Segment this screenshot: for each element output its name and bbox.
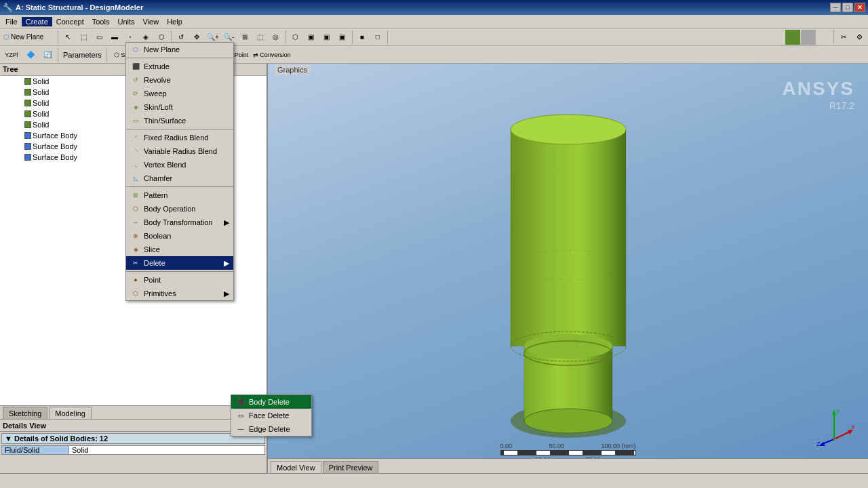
details-content: ▼ Details of Solid Bodies: 12 Fluid/Soli…: [0, 432, 267, 457]
menu-revolve[interactable]: ↺ Revolve: [126, 73, 233, 87]
yzpl-btn[interactable]: YZPl: [1, 47, 22, 62]
submenu-body-delete[interactable]: ⬛ Body Delete: [231, 395, 311, 409]
viewport: Graphics ANSYS R17.2: [268, 64, 868, 473]
pattern-icon: ⊞: [130, 190, 141, 201]
menu-help[interactable]: Help: [163, 17, 186, 26]
tree-item-label-solid-4: Solid: [33, 110, 49, 118]
select-face[interactable]: ▭: [92, 30, 106, 45]
sweep-menu-label: Sweep: [144, 89, 167, 98]
menu-sweep[interactable]: ⟳ Sweep: [126, 87, 233, 100]
menu-new-plane[interactable]: ⬡ New Plane: [126, 43, 233, 56]
revolve-tb-btn[interactable]: 🔄: [39, 47, 56, 62]
extra-btn-1[interactable]: ✂: [836, 30, 851, 45]
tree-item-label-solid-1: Solid: [33, 77, 49, 85]
vertex-blend-icon: ◟: [130, 159, 141, 170]
color-btn-2[interactable]: [801, 30, 816, 45]
color-btn-3[interactable]: [816, 30, 831, 45]
zoom-box-btn[interactable]: ⬚: [253, 30, 268, 45]
fixed-blend-icon: ◜: [130, 132, 141, 143]
color-btn-1[interactable]: [785, 30, 800, 45]
menu-view[interactable]: View: [139, 17, 163, 26]
menu-thin[interactable]: ▭ Thin/Surface: [126, 114, 233, 127]
extrude-tb-btn[interactable]: 🔷: [22, 47, 39, 62]
menu-create[interactable]: Create: [22, 17, 52, 26]
separator4: [352, 30, 353, 44]
skinloft-menu-label: Skin/Loft: [144, 103, 173, 111]
menu-body-transform[interactable]: ↔ Body Transformation ▶: [126, 216, 233, 229]
select-mode-arrow[interactable]: ↖: [60, 30, 75, 45]
delete-arrow: ▶: [224, 259, 229, 268]
submenu-face-delete[interactable]: ▭ Face Delete: [231, 409, 311, 422]
tab-model-view[interactable]: Model View: [271, 461, 321, 473]
tree-item-label-solid-3: Solid: [33, 99, 49, 107]
tab-modeling[interactable]: Modeling: [49, 407, 92, 419]
select-mode-box[interactable]: ⬚: [76, 30, 91, 45]
menu-var-blend[interactable]: ◝ Variable Radius Blend: [126, 144, 233, 158]
primitives-arrow: ▶: [224, 289, 229, 298]
menu-concept[interactable]: Concept: [52, 17, 88, 26]
new-plane-button[interactable]: ⬡ New Plane: [1, 30, 56, 45]
tab-sketching-label: Sketching: [9, 409, 41, 418]
close-button[interactable]: ✕: [854, 3, 865, 12]
menu-chamfer[interactable]: ◺ Chamfer: [126, 171, 233, 185]
body-delete-icon: ⬛: [235, 396, 246, 407]
conversion-icon: ⇄: [253, 52, 258, 58]
titlebar: 🔧 A: Static Structural - DesignModeler ─…: [0, 0, 868, 15]
select-edge[interactable]: ▬: [107, 30, 122, 45]
scale-labels-top: 0.00 50.00 100.00 (mm): [500, 443, 636, 449]
details-value-fluid[interactable]: Solid: [69, 445, 265, 455]
menu-extrude[interactable]: ⬛ Extrude: [126, 60, 233, 73]
view-iso[interactable]: ⬡: [288, 30, 303, 45]
separator3: [285, 30, 286, 44]
view-front[interactable]: ▣: [304, 30, 319, 45]
separator6: [833, 30, 834, 43]
skinloft-icon: ⬡: [114, 52, 119, 58]
titlebar-icon: 🔧 A: Static Structural - DesignModeler: [3, 3, 143, 12]
face-delete-icon: ▭: [235, 410, 246, 421]
menu-primitives[interactable]: ⬡ Primitives ▶: [126, 287, 233, 300]
viewport-tab-bar: Model View Print Preview: [268, 458, 868, 473]
menu-slice[interactable]: ◈ Slice: [126, 243, 233, 256]
menu-delete[interactable]: ✂ Delete ▶: [126, 256, 233, 270]
minimize-button[interactable]: ─: [830, 3, 841, 12]
details-title: Details View: [3, 422, 46, 430]
menu-boolean[interactable]: ⊕ Boolean: [126, 229, 233, 243]
submenu-edge-delete[interactable]: — Edge Delete: [231, 422, 311, 436]
tab-sketching[interactable]: Sketching: [3, 407, 47, 419]
view-top[interactable]: ▣: [319, 30, 334, 45]
delete-icon: ✂: [130, 258, 141, 268]
zoom-sel-btn[interactable]: ◎: [269, 30, 283, 45]
menu-vertex-blend[interactable]: ◟ Vertex Blend: [126, 158, 233, 171]
vertex-blend-label: Vertex Blend: [144, 161, 186, 169]
extra-btn-2[interactable]: ⚙: [852, 30, 867, 45]
restore-button[interactable]: □: [842, 3, 853, 12]
view-right[interactable]: ▣: [335, 30, 350, 45]
menu-sep-2: [126, 129, 233, 129]
menu-tools[interactable]: Tools: [88, 17, 114, 26]
scale-label-0: 0.00: [500, 443, 513, 449]
conversion-tb-btn[interactable]: ⇄Conversion: [251, 47, 293, 62]
menu-units[interactable]: Units: [113, 17, 138, 26]
menubar: File Create Concept Tools Units View Hel…: [0, 15, 868, 28]
menu-skinloft[interactable]: ◈ Skin/Loft: [126, 100, 233, 114]
zoom-fit-btn[interactable]: ⊞: [237, 30, 252, 45]
menu-fixed-blend[interactable]: ◜ Fixed Radius Blend: [126, 131, 233, 144]
wireframe-btn[interactable]: □: [370, 30, 385, 45]
svg-point-5: [524, 334, 612, 359]
surface-color-icon-3: [24, 154, 31, 161]
tab-print-preview[interactable]: Print Preview: [323, 461, 379, 473]
menu-pattern[interactable]: ⊞ Pattern: [126, 188, 233, 202]
primitives-label: Primitives: [144, 289, 176, 298]
tree-item-label-surface-1: Surface Body: [33, 131, 77, 140]
menu-point[interactable]: ● Point: [126, 273, 233, 287]
bottom-tabs: Sketching Modeling: [0, 405, 267, 419]
menu-body-operation[interactable]: ⬡ Body Operation: [126, 202, 233, 216]
var-blend-label: Variable Radius Blend: [144, 147, 217, 155]
tab-model-view-label: Model View: [277, 464, 315, 472]
details-label-fluid: Fluid/Solid: [1, 445, 69, 455]
point-menu-icon: ●: [130, 274, 141, 285]
statusbar: [0, 473, 868, 488]
shading-btn[interactable]: ■: [355, 30, 370, 45]
menu-file[interactable]: File: [1, 17, 22, 26]
edge-delete-icon: —: [235, 424, 246, 434]
